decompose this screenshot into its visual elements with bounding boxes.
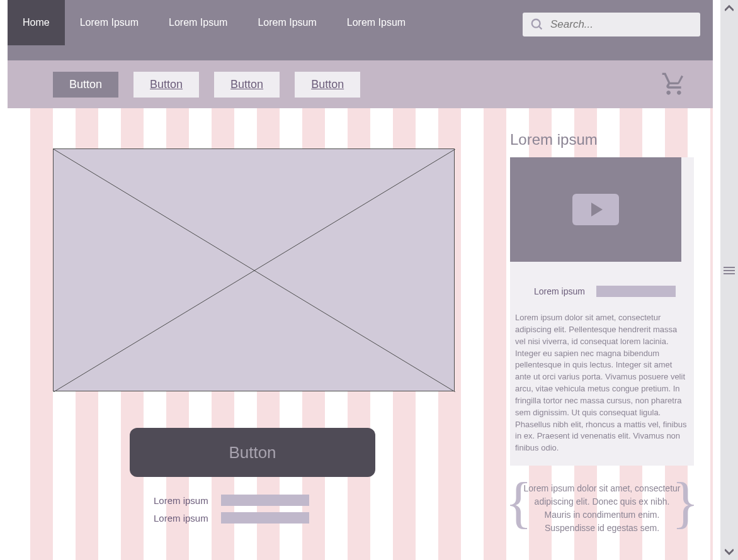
nav-label: Lorem Ipsum [258, 17, 316, 28]
subnav-button-3[interactable]: Button [295, 72, 360, 98]
nav-item-4[interactable]: Lorem Ipsum [332, 0, 421, 45]
label-text: Lorem ipsum [154, 513, 208, 524]
search-input[interactable] [523, 13, 700, 36]
aside-field-label: Lorem ipsum [534, 286, 585, 296]
label-text: Lorem ipsum [154, 495, 208, 506]
hero-image-placeholder [53, 148, 455, 391]
aside-field-bar [596, 286, 676, 297]
cart-icon[interactable] [661, 72, 686, 99]
nav-label: Lorem Ipsum [80, 17, 139, 28]
brace-right-icon: } [672, 474, 699, 531]
nav-item-3[interactable]: Lorem Ipsum [242, 0, 331, 45]
top-nav: Home Lorem Ipsum Lorem Ipsum Lorem Ipsum… [8, 0, 713, 60]
subnav-button-1[interactable]: Button [133, 72, 199, 98]
search-icon [530, 18, 544, 34]
sub-nav: Button Button Button Button [8, 60, 713, 108]
scroll-thumb[interactable] [722, 258, 736, 283]
video-placeholder[interactable] [510, 157, 681, 262]
aside-heading: Lorem ipsum [510, 126, 694, 157]
content-area: Button Lorem ipsum Lorem ipsum Lorem ips… [8, 108, 713, 560]
label-row: Lorem ipsum [154, 495, 505, 506]
aside-note-text: Lorem ipsum dolor sit amet, consectetur … [524, 483, 681, 533]
play-icon [572, 194, 619, 225]
label-row: Lorem ipsum [154, 512, 505, 524]
label-bar [221, 512, 309, 524]
scroll-down-icon[interactable] [723, 545, 735, 557]
label-bar [221, 495, 309, 506]
aside-note: { Lorem ipsum dolor sit amet, consectetu… [510, 474, 694, 542]
subnav-button-2[interactable]: Button [214, 72, 280, 98]
nav-label: Lorem Ipsum [347, 17, 406, 28]
nav-label: Home [23, 17, 50, 28]
svg-line-1 [539, 26, 542, 30]
nav-items: Home Lorem Ipsum Lorem Ipsum Lorem Ipsum… [8, 0, 421, 45]
main-column: Button Lorem ipsum Lorem ipsum [8, 108, 505, 560]
nav-item-home[interactable]: Home [8, 0, 65, 45]
scroll-up-icon[interactable] [723, 3, 735, 15]
svg-point-0 [532, 20, 540, 28]
aside-body-text: Lorem ipsum dolor sit amet, consectetur … [510, 312, 694, 454]
label-list: Lorem ipsum Lorem ipsum [154, 495, 505, 524]
aside-field-row: Lorem ipsum [510, 262, 694, 312]
nav-item-2[interactable]: Lorem Ipsum [154, 0, 242, 45]
subnav-button-0[interactable]: Button [53, 72, 118, 98]
nav-item-1[interactable]: Lorem Ipsum [65, 0, 154, 45]
cta-button[interactable]: Button [130, 428, 375, 477]
scrollbar[interactable] [720, 0, 738, 560]
brace-left-icon: { [505, 474, 532, 531]
aside-column: Lorem ipsum Lorem ipsum Lorem ipsum dolo… [505, 108, 713, 560]
nav-label: Lorem Ipsum [169, 17, 227, 28]
